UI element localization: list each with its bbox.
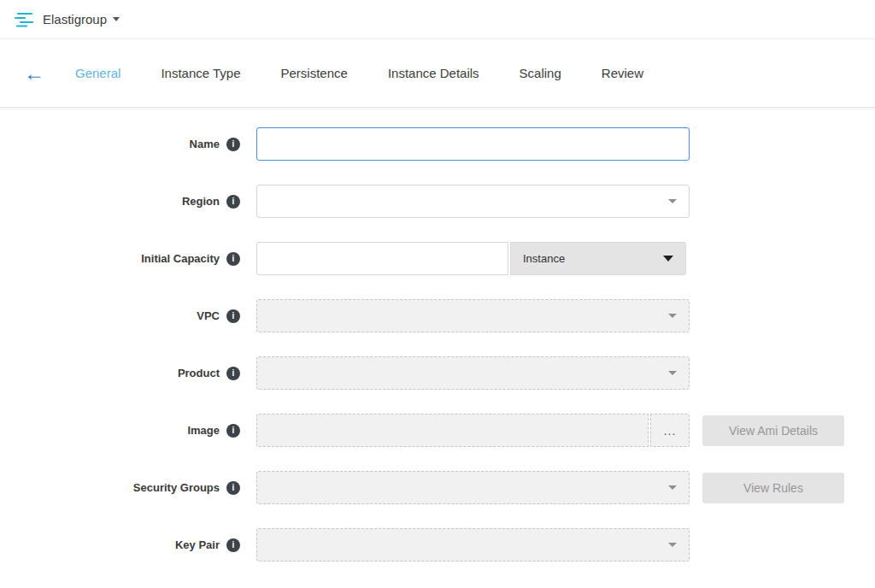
security-groups-select [256, 471, 690, 504]
elastigroup-logo-icon [14, 11, 34, 28]
general-settings-form: Name i Region i Initial Capacity i Insta… [0, 108, 875, 562]
initial-capacity-input[interactable] [256, 242, 508, 275]
product-label-cell: Product i [0, 367, 240, 380]
info-icon[interactable]: i [226, 195, 240, 209]
vpc-control [256, 299, 690, 332]
form-row-region: Region i [0, 185, 875, 218]
image-input [256, 414, 649, 447]
chevron-down-icon [663, 256, 673, 262]
form-row-vpc: VPC i [0, 299, 875, 332]
name-label: Name [190, 138, 220, 150]
capacity-unit-select[interactable]: Instance [510, 242, 686, 275]
tab-instance-details[interactable]: Instance Details [388, 66, 479, 80]
tab-review[interactable]: Review [602, 66, 643, 80]
key-pair-select [256, 528, 690, 562]
tab-instance-type[interactable]: Instance Type [161, 66, 240, 80]
info-icon[interactable]: i [226, 538, 240, 552]
info-icon[interactable]: i [226, 309, 240, 323]
vpc-label-cell: VPC i [0, 309, 240, 323]
browse-image-button[interactable]: ... [650, 414, 690, 447]
form-row-key-pair: Key Pair i [0, 528, 875, 562]
wizard-tab-bar: ← General Instance Type Persistence Inst… [0, 39, 875, 108]
security-groups-label-cell: Security Groups i [0, 481, 240, 495]
info-icon[interactable]: i [226, 424, 240, 438]
tab-scaling[interactable]: Scaling [520, 66, 561, 80]
product-label: Product [178, 367, 220, 379]
form-row-name: Name i [0, 127, 875, 161]
brand-name[interactable]: Elastigroup [43, 12, 107, 26]
key-pair-label: Key Pair [175, 538, 220, 551]
vpc-label: VPC [197, 309, 220, 322]
region-label: Region [182, 195, 220, 208]
image-field: ... [256, 414, 690, 447]
form-row-initial-capacity: Initial Capacity i Instance [0, 242, 875, 275]
view-rules-button[interactable]: View Rules [702, 473, 844, 503]
top-bar: Elastigroup [0, 0, 875, 39]
info-icon[interactable]: i [226, 367, 240, 380]
image-label-cell: Image i [0, 424, 240, 438]
image-control: ... View Ami Details [256, 414, 844, 447]
key-pair-label-cell: Key Pair i [0, 538, 240, 552]
tab-general[interactable]: General [75, 66, 120, 80]
name-control [256, 127, 690, 161]
region-control [256, 185, 690, 218]
info-icon[interactable]: i [226, 138, 240, 151]
tab-persistence[interactable]: Persistence [281, 66, 348, 80]
chevron-down-icon [668, 543, 677, 547]
form-row-security-groups: Security Groups i View Rules [0, 471, 875, 504]
chevron-down-icon [668, 314, 677, 318]
chevron-down-icon[interactable] [113, 17, 120, 21]
key-pair-control [256, 528, 690, 562]
product-control [256, 356, 690, 390]
product-select [256, 356, 690, 390]
chevron-down-icon [668, 485, 677, 490]
info-icon[interactable]: i [226, 481, 240, 495]
form-row-product: Product i [0, 356, 875, 390]
chevron-down-icon [668, 371, 677, 375]
back-arrow-icon[interactable]: ← [24, 63, 75, 84]
form-row-image: Image i ... View Ami Details [0, 414, 875, 447]
region-select[interactable] [256, 185, 690, 218]
name-label-cell: Name i [0, 138, 240, 151]
name-input[interactable] [256, 127, 690, 161]
security-groups-control: View Rules [256, 471, 844, 504]
chevron-down-icon [668, 199, 677, 203]
region-label-cell: Region i [0, 195, 240, 209]
initial-capacity-control: Instance [256, 242, 686, 275]
info-icon[interactable]: i [226, 252, 240, 266]
view-ami-details-button[interactable]: View Ami Details [702, 415, 844, 446]
initial-capacity-label-cell: Initial Capacity i [0, 252, 240, 266]
vpc-select [256, 299, 690, 332]
image-label: Image [187, 424, 220, 437]
capacity-unit-value: Instance [523, 252, 565, 265]
security-groups-label: Security Groups [133, 481, 220, 494]
initial-capacity-label: Initial Capacity [141, 252, 220, 265]
